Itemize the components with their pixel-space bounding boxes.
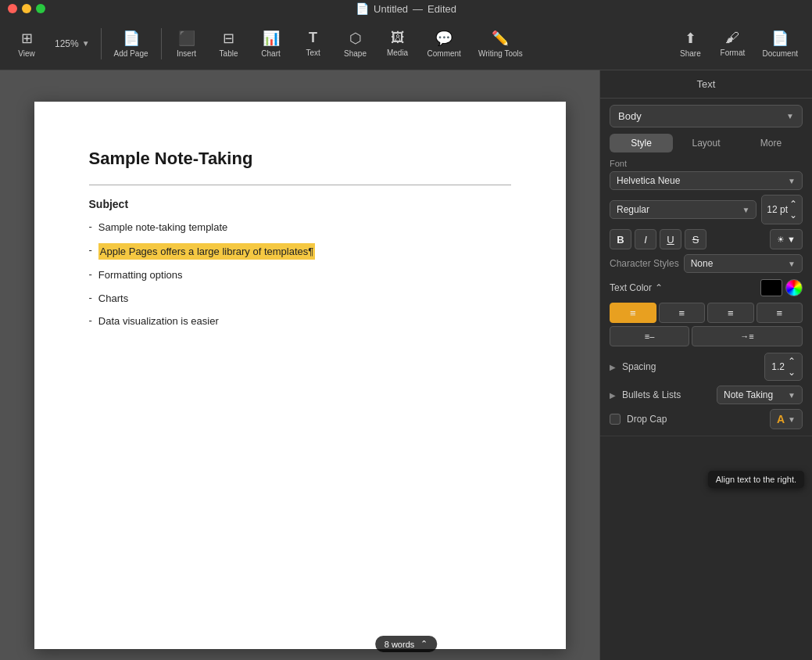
tooltip-text: Align text to the right. — [716, 475, 796, 484]
app-icon: 📄 — [356, 2, 369, 15]
tab-layout[interactable]: Layout — [674, 134, 738, 152]
style-dropdown-chevron: ▼ — [786, 112, 794, 120]
toolbar-table[interactable]: ⊟ Table — [209, 27, 249, 61]
table-icon: ⊟ — [223, 30, 234, 47]
word-count-chevron: ⌃ — [420, 639, 427, 649]
maximize-button[interactable] — [36, 4, 45, 13]
toolbar-writing-tools[interactable]: ✏️ Writing Tools — [470, 27, 531, 61]
bullets-toggle[interactable]: ▶ — [610, 391, 616, 400]
view-icon: ⊞ — [21, 30, 33, 47]
main-area: Sample Note-Taking Subject - Sample note… — [0, 70, 812, 660]
drop-cap-button[interactable]: A ▼ — [770, 409, 803, 429]
zoom-value: 125% — [55, 38, 79, 49]
minimize-button[interactable] — [22, 4, 31, 13]
spacing-row: ▶ Spacing 1.2 ⌃⌄ — [610, 353, 803, 381]
tooltip: Align text to the right. — [708, 471, 804, 488]
bullets-lists-dropdown[interactable]: Note Taking ▼ — [717, 386, 803, 404]
align-right-button[interactable]: ≡ — [707, 303, 754, 323]
font-size-stepper: ⌃⌄ — [789, 199, 797, 221]
bullets-chevron: ▼ — [788, 391, 796, 400]
toolbar-zoom[interactable]: 125% ▼ — [48, 35, 96, 52]
list-bullet: - — [89, 292, 92, 303]
font-family-select[interactable]: Helvetica Neue ▼ — [610, 171, 803, 190]
toolbar: ⊞ View 125% ▼ 📄 Add Page ⬛ Insert ⊟ Tabl… — [0, 17, 812, 70]
font-style-row: Regular ▼ 12 pt ⌃⌄ — [610, 195, 803, 224]
toolbar-comment[interactable]: 💬 Comment — [420, 27, 469, 61]
tab-row: Style Layout More — [610, 134, 803, 152]
toolbar-view[interactable]: ⊞ View — [6, 27, 47, 61]
font-style-chevron: ▼ — [742, 206, 749, 214]
toolbar-chart[interactable]: 📊 Chart — [251, 27, 292, 61]
list-item: - Formatting options — [89, 267, 511, 283]
writing-tools-icon: ✏️ — [492, 30, 509, 47]
font-family-row: Helvetica Neue ▼ — [610, 171, 803, 190]
close-button[interactable] — [8, 4, 17, 13]
format-buttons-row: B I U S ☀ ▼ — [610, 229, 803, 249]
style-dropdown[interactable]: Body ▼ — [610, 105, 803, 127]
spacing-toggle[interactable]: ▶ — [610, 363, 616, 371]
document-title: Untitled — [374, 3, 408, 15]
spacing-label: Spacing — [622, 361, 656, 372]
text-label: Text — [306, 48, 320, 57]
toolbar-media[interactable]: 🖼 Media — [377, 27, 418, 60]
extra-format-button[interactable]: ☀ ▼ — [770, 229, 803, 249]
toolbar-text[interactable]: T Text — [293, 27, 334, 60]
align-text-left-button[interactable]: ≡– — [610, 326, 689, 346]
italic-button[interactable]: I — [635, 229, 656, 249]
page-divider — [89, 185, 511, 185]
style-dropdown-value: Body — [618, 110, 642, 122]
tab-more[interactable]: More — [739, 134, 803, 152]
spacing-control[interactable]: 1.2 ⌃⌄ — [764, 353, 803, 381]
align-center-button[interactable]: ≡ — [659, 303, 706, 323]
align-left-button[interactable]: ≡ — [610, 303, 656, 323]
toolbar-add-page[interactable]: 📄 Add Page — [106, 27, 156, 61]
underline-button[interactable]: U — [660, 229, 681, 249]
drop-cap-left: Drop Cap — [610, 414, 667, 425]
font-size-control[interactable]: 12 pt ⌃⌄ — [761, 195, 803, 224]
drop-cap-chevron: ▼ — [788, 415, 796, 424]
document-canvas[interactable]: Sample Note-Taking Subject - Sample note… — [0, 70, 599, 660]
panel-header: Text — [600, 70, 812, 99]
title-separator: — — [413, 3, 423, 15]
bold-button[interactable]: B — [610, 229, 631, 249]
font-style-select[interactable]: Regular ▼ — [610, 200, 757, 219]
text-color-chevron: ⌃ — [655, 282, 663, 293]
toolbar-shape[interactable]: ⬡ Shape — [335, 27, 376, 61]
font-size-value: 12 pt — [767, 204, 788, 215]
bullets-lists-row: ▶ Bullets & Lists Note Taking ▼ — [610, 386, 803, 404]
text-color-swatch[interactable] — [760, 279, 782, 296]
document-status: Edited — [427, 3, 456, 15]
writing-tools-label: Writing Tools — [478, 49, 523, 58]
media-icon: 🖼 — [391, 30, 405, 46]
character-styles-value: None — [691, 258, 714, 269]
list-bullet: - — [89, 314, 92, 326]
toolbar-insert[interactable]: ⬛ Insert — [166, 27, 207, 61]
comment-icon: 💬 — [435, 30, 453, 47]
table-label: Table — [220, 49, 238, 58]
shape-label: Shape — [344, 49, 367, 58]
drop-cap-checkbox[interactable] — [610, 414, 621, 425]
drop-cap-icon: A — [777, 413, 785, 425]
character-styles-row: Character Styles None ▼ — [610, 254, 803, 273]
indent-button[interactable]: →≡ — [692, 326, 803, 346]
document-icon: 📄 — [771, 30, 789, 47]
bullets-value: Note Taking — [724, 389, 773, 400]
view-label: View — [18, 49, 35, 58]
strikethrough-button[interactable]: S — [685, 229, 706, 249]
alignment-row-2: ≡– →≡ — [610, 326, 803, 346]
title-bar: 📄 Untitled — Edited — [0, 0, 812, 17]
character-styles-label: Character Styles — [610, 258, 679, 269]
list-text-highlighted: Apple Pages offers a large library of te… — [98, 243, 315, 260]
align-justify-button[interactable]: ≡ — [757, 303, 803, 323]
toolbar-document[interactable]: 📄 Document — [754, 27, 806, 61]
list-text: Charts — [98, 291, 128, 307]
color-wheel-button[interactable] — [785, 279, 803, 296]
tab-style[interactable]: Style — [610, 134, 673, 152]
font-family-value: Helvetica Neue — [617, 175, 680, 186]
word-count-bar[interactable]: 8 words ⌃ — [375, 636, 438, 652]
shape-icon: ⬡ — [349, 30, 362, 47]
character-styles-dropdown[interactable]: None ▼ — [684, 254, 803, 273]
toolbar-share[interactable]: ⬆ Share — [670, 27, 710, 61]
list-item: - Apple Pages offers a large library of … — [89, 243, 511, 260]
toolbar-format[interactable]: 🖌 Format — [712, 27, 753, 60]
